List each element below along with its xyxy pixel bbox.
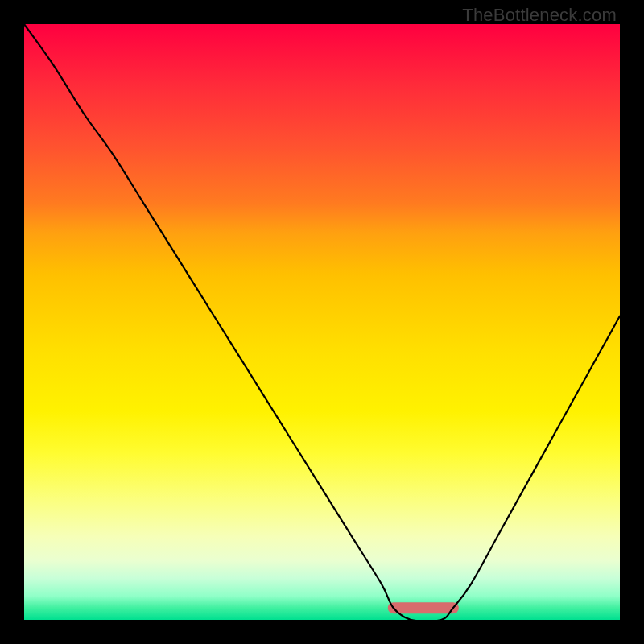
bottleneck-curve: [24, 24, 620, 620]
curve-svg: [24, 24, 620, 620]
plot-area: [24, 24, 620, 620]
chart-frame: TheBottleneck.com: [0, 0, 644, 644]
watermark-text: TheBottleneck.com: [462, 5, 617, 26]
